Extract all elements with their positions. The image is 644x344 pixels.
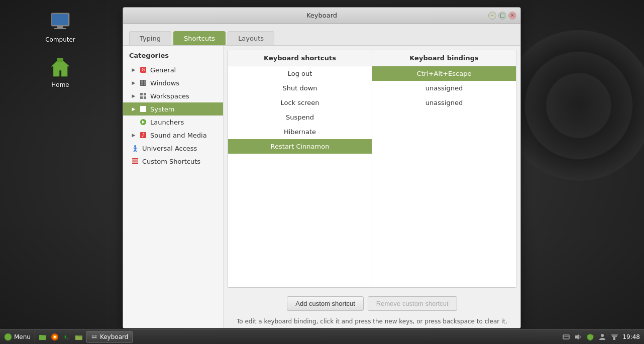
windows-icon bbox=[139, 79, 147, 87]
svg-rect-11 bbox=[141, 83, 143, 85]
clock: 19:48 bbox=[622, 333, 640, 340]
workspaces-icon bbox=[139, 92, 147, 100]
svg-point-24 bbox=[134, 145, 136, 147]
svg-rect-13 bbox=[140, 93, 143, 95]
bottom-bar: Add custom shortcut Remove custom shortc… bbox=[224, 292, 520, 315]
taskbar: Menu $_ Keyboard bbox=[0, 329, 644, 344]
sidebar-item-label-custom: Custom Shortcuts bbox=[142, 158, 200, 165]
taskbar-filemanager-icon[interactable] bbox=[37, 331, 48, 342]
launchers-icon bbox=[139, 118, 147, 126]
arrow-system: ▶ bbox=[131, 106, 136, 111]
svg-point-36 bbox=[54, 336, 56, 338]
svg-text:♪: ♪ bbox=[142, 132, 145, 138]
tab-bar: Typing Shortcuts Layouts bbox=[123, 24, 520, 46]
desktop-icon-home[interactable]: Home bbox=[40, 55, 80, 88]
taskbar-window-keyboard[interactable]: Keyboard bbox=[86, 331, 133, 343]
sidebar-item-label-universal: Universal Access bbox=[142, 145, 197, 152]
sidebar-item-universal-access[interactable]: Universal Access bbox=[123, 142, 223, 155]
system-icon bbox=[139, 105, 147, 113]
taskbar-quick-launch: $_ bbox=[35, 329, 86, 344]
sidebar-item-custom-shortcuts[interactable]: ⌨ Custom Shortcuts bbox=[123, 155, 223, 168]
tab-typing[interactable]: Typing bbox=[129, 31, 171, 45]
shortcut-restart-cinnamon[interactable]: Restart Cinnamon bbox=[228, 139, 372, 154]
universal-access-icon bbox=[131, 144, 139, 152]
taskbar-browser-icon[interactable] bbox=[49, 331, 60, 342]
close-button[interactable]: ✕ bbox=[508, 12, 516, 20]
home-icon-label: Home bbox=[51, 81, 69, 88]
svg-rect-44 bbox=[95, 335, 96, 336]
volume-icon bbox=[574, 333, 582, 341]
remove-custom-shortcut-button[interactable]: Remove custom shortcut bbox=[368, 296, 457, 311]
menu-label: Menu bbox=[14, 333, 31, 340]
connection-icon bbox=[610, 333, 618, 341]
tab-layouts[interactable]: Layouts bbox=[228, 31, 274, 45]
titlebar: Keyboard – □ ✕ bbox=[123, 8, 520, 24]
add-custom-shortcut-button[interactable]: Add custom shortcut bbox=[287, 296, 364, 311]
binding-ctrl-alt-escape[interactable]: Ctrl+Alt+Escape bbox=[372, 66, 516, 81]
shortcut-hibernate[interactable]: Hibernate bbox=[228, 125, 372, 139]
shortcut-suspend[interactable]: Suspend bbox=[228, 110, 372, 125]
svg-text:$_: $_ bbox=[64, 335, 69, 339]
user-icon bbox=[598, 333, 606, 341]
svg-point-31 bbox=[5, 333, 12, 340]
window-title: Keyboard bbox=[306, 12, 337, 19]
maximize-button[interactable]: □ bbox=[498, 12, 506, 20]
svg-rect-53 bbox=[612, 335, 617, 337]
shortcut-lock-screen[interactable]: Lock screen bbox=[228, 95, 372, 110]
svg-rect-16 bbox=[144, 96, 146, 99]
svg-rect-12 bbox=[144, 83, 146, 85]
sidebar-item-label-windows: Windows bbox=[150, 79, 179, 87]
minimize-button[interactable]: – bbox=[488, 12, 496, 20]
shortcut-shut-down[interactable]: Shut down bbox=[228, 81, 372, 95]
categories-header: Categories bbox=[123, 50, 223, 63]
svg-point-51 bbox=[601, 334, 604, 337]
shortcuts-list: Log out Shut down Lock screen Suspend Hi… bbox=[228, 66, 372, 287]
tab-shortcuts[interactable]: Shortcuts bbox=[173, 31, 226, 45]
sidebar-item-launchers[interactable]: Launchers bbox=[123, 116, 223, 129]
bindings-header: Keyboard bindings bbox=[372, 50, 516, 66]
svg-rect-1 bbox=[52, 14, 68, 25]
arrow-general: ▶ bbox=[131, 67, 136, 72]
svg-rect-19 bbox=[141, 110, 142, 111]
monitor-icon bbox=[48, 10, 72, 34]
svg-rect-43 bbox=[93, 335, 94, 336]
svg-marker-50 bbox=[575, 334, 579, 339]
desktop-icon-computer[interactable]: Computer bbox=[40, 10, 80, 43]
sidebar-item-label-system: System bbox=[150, 105, 174, 113]
shortcut-log-out[interactable]: Log out bbox=[228, 66, 372, 81]
sidebar-item-windows[interactable]: ▶ Windows bbox=[123, 76, 223, 89]
svg-rect-46 bbox=[92, 337, 94, 338]
shortcuts-area: Keyboard shortcuts Log out Shut down Loc… bbox=[228, 50, 516, 288]
sidebar-item-sound-media[interactable]: ▶ ♪ Sound and Media bbox=[123, 129, 223, 142]
keyboard-window: Keyboard – □ ✕ Typing Shortcuts Layouts … bbox=[123, 7, 521, 328]
svg-line-28 bbox=[135, 150, 137, 152]
sidebar-item-label-workspaces: Workspaces bbox=[150, 92, 189, 100]
svg-rect-42 bbox=[92, 335, 93, 336]
taskbar-folder-icon[interactable] bbox=[73, 331, 84, 342]
keyboard-taskbar-icon bbox=[91, 333, 98, 340]
window-content: Categories ▶ G General ▶ Windows ▶ bbox=[123, 46, 520, 328]
svg-text:G: G bbox=[142, 68, 145, 72]
sidebar-item-workspaces[interactable]: ▶ Workspaces bbox=[123, 89, 223, 102]
home-folder-icon bbox=[48, 55, 72, 79]
arrow-windows: ▶ bbox=[131, 80, 136, 85]
svg-rect-54 bbox=[611, 334, 618, 335]
binding-unassigned-2[interactable]: unassigned bbox=[372, 95, 516, 110]
taskbar-menu-button[interactable]: Menu bbox=[0, 329, 35, 344]
custom-shortcuts-icon: ⌨ bbox=[131, 157, 139, 165]
shortcuts-list-pane: Keyboard shortcuts Log out Shut down Loc… bbox=[228, 50, 372, 287]
svg-rect-45 bbox=[96, 335, 97, 336]
svg-rect-15 bbox=[140, 96, 143, 99]
taskbar-terminal-icon[interactable]: $_ bbox=[61, 331, 72, 342]
network-icon bbox=[562, 333, 570, 341]
sound-icon: ♪ bbox=[139, 131, 147, 139]
bindings-list: Ctrl+Alt+Escape unassigned unassigned bbox=[372, 66, 516, 287]
svg-text:⌨: ⌨ bbox=[132, 159, 139, 164]
binding-unassigned-1[interactable]: unassigned bbox=[372, 81, 516, 95]
svg-rect-3 bbox=[54, 28, 66, 29]
sidebar-item-system[interactable]: ▶ System bbox=[123, 102, 223, 116]
sidebar-item-general[interactable]: ▶ G General bbox=[123, 63, 223, 76]
arrow-workspaces: ▶ bbox=[131, 93, 136, 98]
svg-rect-9 bbox=[141, 80, 143, 83]
sidebar: Categories ▶ G General ▶ Windows ▶ bbox=[123, 46, 224, 328]
